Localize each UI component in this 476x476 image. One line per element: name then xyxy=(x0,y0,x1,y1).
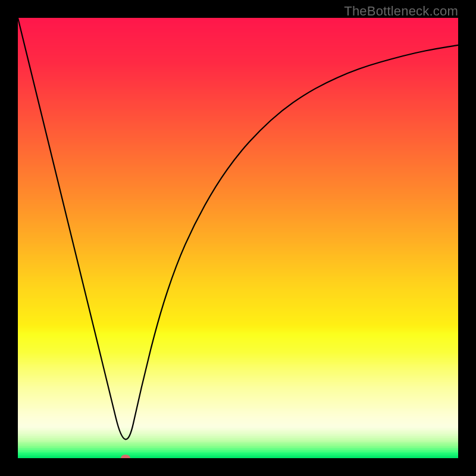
chart-frame: TheBottleneck.com xyxy=(0,0,476,476)
plot-area xyxy=(18,18,458,458)
bottleneck-curve xyxy=(18,18,458,439)
watermark-text: TheBottleneck.com xyxy=(344,4,458,19)
curve-layer xyxy=(18,18,458,458)
optimum-marker xyxy=(121,455,130,458)
